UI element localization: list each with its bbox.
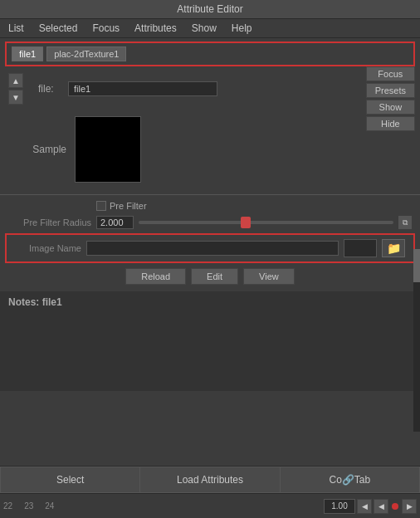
app-title: Attribute Editor	[177, 3, 242, 15]
title-bar: Attribute Editor	[0, 0, 420, 19]
next-frame-btn[interactable]: ◀	[374, 499, 388, 514]
presets-button[interactable]: Presets	[366, 83, 415, 98]
radius-label: Pre Filter Radius	[8, 217, 91, 227]
reload-button[interactable]: Reload	[125, 268, 186, 285]
notes-section: Notes: file1	[0, 291, 420, 391]
sample-section: Sample	[0, 108, 420, 191]
notes-title: Notes: file1	[8, 296, 412, 308]
action-row: Reload Edit View	[0, 265, 420, 288]
tab-texture[interactable]: plac-2dTexture1	[46, 46, 126, 61]
select-button[interactable]: Select	[0, 467, 139, 493]
timeline-numbers: 22 23 24	[3, 501, 54, 511]
menu-show[interactable]: Show	[188, 21, 220, 36]
menu-focus[interactable]: Focus	[89, 21, 123, 36]
menu-bar: List Selected Focus Attributes Show Help	[0, 19, 420, 38]
view-button[interactable]: View	[243, 268, 295, 285]
divider-1	[0, 194, 420, 195]
bottom-bar: Select Load Attributes Co🔗Tab	[0, 466, 420, 493]
image-name-input[interactable]	[86, 241, 339, 256]
corner-icon[interactable]: ⧉	[398, 216, 412, 229]
tab-file1[interactable]: file1	[12, 46, 43, 61]
arrow-up-btn[interactable]: ▲	[8, 73, 23, 88]
frame-23: 23	[24, 501, 33, 511]
menu-selected[interactable]: Selected	[36, 21, 81, 36]
tab-bar: file1 plac-2dTexture1	[5, 42, 415, 66]
pre-filter-checkbox[interactable]	[96, 201, 106, 211]
prev-frame-btn[interactable]: ◀	[357, 499, 372, 514]
pre-filter-row: Pre Filter	[0, 198, 420, 213]
radius-slider[interactable]	[139, 221, 393, 224]
edit-button[interactable]: Edit	[191, 268, 238, 285]
menu-list[interactable]: List	[5, 21, 27, 36]
hide-button[interactable]: Hide	[366, 116, 415, 131]
image-name-row: Image Name 📁	[5, 233, 415, 263]
scrollbar[interactable]	[413, 249, 420, 432]
radius-input[interactable]	[96, 216, 134, 229]
scrollbar-thumb[interactable]	[413, 249, 420, 282]
timeline-bar: 22 23 24 ◀ ◀ ▶	[0, 493, 420, 518]
menu-attributes[interactable]: Attributes	[131, 21, 180, 36]
menu-help[interactable]: Help	[228, 21, 256, 36]
file-label: file:	[38, 83, 63, 95]
arrow-down-btn[interactable]: ▼	[8, 90, 23, 105]
right-panel-buttons: Focus Presets Show Hide	[366, 66, 415, 131]
frame-22: 22	[3, 501, 12, 511]
folder-icon: 📁	[387, 242, 401, 255]
frame-input[interactable]	[324, 499, 355, 514]
show-button[interactable]: Show	[366, 100, 415, 115]
filter-radius-row: Pre Filter Radius ⧉	[0, 213, 420, 232]
sample-preview	[75, 116, 141, 183]
image-preview-dark	[344, 239, 377, 257]
copy-tab-button[interactable]: Co🔗Tab	[280, 467, 420, 493]
frame-24: 24	[45, 501, 54, 511]
pre-filter-label: Pre Filter	[110, 201, 147, 211]
load-attributes-button[interactable]: Load Attributes	[139, 467, 279, 493]
time-controls: ◀ ◀ ▶	[324, 499, 417, 514]
slider-thumb[interactable]	[241, 217, 251, 228]
folder-button[interactable]: 📁	[382, 239, 405, 257]
record-indicator	[392, 503, 398, 510]
pre-filter-checkbox-label[interactable]: Pre Filter	[96, 201, 147, 211]
focus-button[interactable]: Focus	[366, 66, 415, 81]
file-input[interactable]	[68, 81, 217, 96]
image-name-label: Image Name	[15, 243, 81, 253]
file-row: ▲ ▼ file:	[0, 70, 420, 108]
play-btn[interactable]: ▶	[402, 499, 417, 514]
sample-label: Sample	[17, 144, 66, 155]
